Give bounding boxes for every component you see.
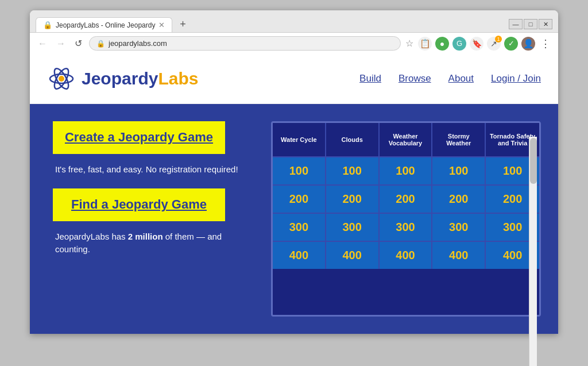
ext-icon-4[interactable]: 🔖 (470, 37, 483, 51)
ext-icon-2[interactable]: ● (435, 37, 449, 51)
address-bar: ← → ↺ 🔒 jeopardylabs.com ☆ 📋 ● G 🔖 ↗ 1 ✓… (30, 32, 558, 54)
browser-window: 🔒 JeopardyLabs - Online Jeopardy ✕ + — □… (30, 10, 558, 334)
find-description: JeopardyLabs has 2 million of them — and… (53, 230, 254, 256)
back-button[interactable]: ← (36, 37, 49, 50)
tab-bar: 🔒 JeopardyLabs - Online Jeopardy ✕ + (36, 16, 505, 32)
board-cell[interactable]: 200 (432, 186, 486, 214)
hero-section: Create a Jeopardy Game It's free, fast, … (30, 104, 558, 334)
board-cell[interactable]: 100 (273, 157, 326, 186)
board-row: 300300300300300 (273, 214, 539, 242)
nav-build[interactable]: Build (359, 73, 381, 84)
board-category: Water Cycle (273, 123, 326, 157)
ext-icon-1[interactable]: 📋 (418, 37, 432, 51)
create-description: It's free, fast, and easy. No registrati… (53, 163, 254, 176)
maximize-button[interactable]: □ (524, 19, 537, 29)
create-game-button[interactable]: Create a Jeopardy Game (53, 121, 225, 154)
board-cell[interactable]: 100 (326, 157, 380, 186)
board-category: Stormy Weather (432, 123, 486, 157)
board-row: 100100100100100 (273, 157, 539, 186)
svg-point-0 (59, 76, 64, 82)
refresh-button[interactable]: ↺ (72, 37, 84, 50)
board-cell[interactable]: 200 (380, 186, 433, 214)
board-category: Clouds (326, 123, 380, 157)
board-category: Weather Vocabulary (380, 123, 433, 157)
window-controls: — □ ✕ (509, 19, 552, 29)
logo-icon (47, 64, 76, 93)
board-cell[interactable]: 300 (380, 214, 433, 242)
page-scrollbar[interactable] (529, 137, 537, 366)
board-cell[interactable]: 400 (432, 242, 486, 269)
nav-login[interactable]: Login / Join (491, 73, 541, 84)
tab-title: JeopardyLabs - Online Jeopardy (56, 21, 155, 29)
site-nav: Build Browse About Login / Join (359, 73, 541, 84)
ext-icon-6[interactable]: ✓ (504, 37, 518, 51)
board-cell[interactable]: 200 (326, 186, 380, 214)
tab-close-button[interactable]: ✕ (158, 21, 165, 29)
board-cell[interactable]: 400 (326, 242, 380, 269)
site-header: JeopardyLabs Build Browse About Login / … (30, 54, 558, 104)
logo-jeopardy: Jeopardy (82, 69, 158, 88)
menu-button[interactable]: ⋮ (539, 37, 552, 51)
board-categories: Water CycleCloudsWeather VocabularyStorm… (273, 123, 539, 157)
board-cell[interactable]: 400 (273, 242, 326, 269)
ext-icon-3[interactable]: G (452, 37, 466, 51)
close-button[interactable]: ✕ (539, 19, 552, 29)
nav-browse[interactable]: Browse (399, 73, 431, 84)
board-cell[interactable]: 300 (432, 214, 486, 242)
board-cell[interactable]: 300 (273, 214, 326, 242)
logo-text: JeopardyLabs (82, 69, 198, 88)
url-bar[interactable]: 🔒 jeopardylabs.com (89, 36, 401, 51)
board-cell[interactable]: 200 (273, 186, 326, 214)
url-text: jeopardylabs.com (109, 39, 167, 48)
toolbar-extensions: 📋 ● G 🔖 ↗ 1 ✓ 👤 ⋮ (418, 37, 552, 51)
minimize-button[interactable]: — (509, 19, 523, 29)
nav-about[interactable]: About (448, 73, 474, 84)
new-tab-button[interactable]: + (175, 16, 191, 32)
lock-icon: 🔒 (96, 40, 105, 48)
board-row: 200200200200200 (273, 186, 539, 214)
scrollbar-thumb[interactable] (530, 138, 537, 184)
board-cell[interactable]: 100 (432, 157, 486, 186)
logo-labs: Labs (158, 69, 198, 88)
active-tab[interactable]: 🔒 JeopardyLabs - Online Jeopardy ✕ (36, 17, 172, 32)
find-game-button[interactable]: Find a Jeopardy Game (53, 188, 225, 221)
find-desc-prefix: JeopardyLabs has (55, 232, 128, 241)
board-cell[interactable]: 400 (380, 242, 433, 269)
bookmark-icon[interactable]: ☆ (405, 38, 413, 49)
hero-left: Create a Jeopardy Game It's free, fast, … (53, 121, 254, 317)
page-content: JeopardyLabs Build Browse About Login / … (30, 54, 558, 334)
tab-favicon: 🔒 (43, 21, 52, 29)
jeopardy-board: Water CycleCloudsWeather VocabularyStorm… (271, 121, 541, 317)
logo-area: JeopardyLabs (47, 64, 198, 93)
user-avatar[interactable]: 👤 (521, 37, 535, 51)
find-desc-strong: 2 million (128, 232, 163, 241)
board-container: 1001001001001002002002002002003003003003… (273, 157, 539, 269)
board-row: 400400400400400 (273, 242, 539, 269)
board-cell[interactable]: 300 (326, 214, 380, 242)
board-cell[interactable]: 100 (380, 157, 433, 186)
forward-button[interactable]: → (54, 37, 68, 50)
title-bar: 🔒 JeopardyLabs - Online Jeopardy ✕ + — □… (30, 10, 558, 32)
ext-icon-5[interactable]: ↗ 1 (487, 37, 501, 51)
